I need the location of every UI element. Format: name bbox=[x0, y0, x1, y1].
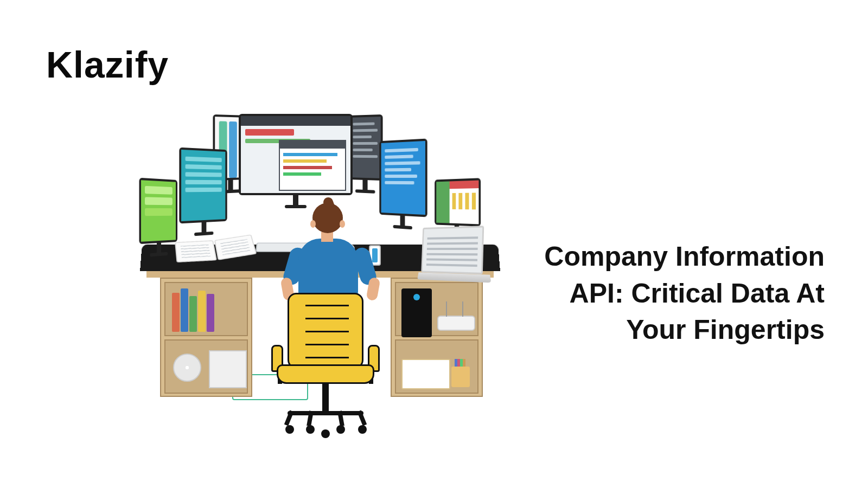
pc-tower-icon bbox=[401, 288, 432, 337]
monitor-small-far-right-icon bbox=[435, 178, 481, 226]
monitor-portrait-right-icon bbox=[348, 114, 383, 181]
office-chair-icon bbox=[277, 293, 374, 434]
hero-illustration bbox=[130, 98, 510, 445]
desk-pedestal-left-icon bbox=[160, 278, 252, 397]
monitor-blue-right-icon bbox=[379, 139, 427, 217]
cd-disc-icon bbox=[173, 354, 201, 382]
pencil-holder-icon bbox=[451, 367, 470, 387]
brand-logo-text: Klazify bbox=[46, 43, 169, 86]
monitor-center-icon bbox=[239, 114, 353, 195]
laptop-icon bbox=[421, 226, 484, 274]
article-headline: Company Information API: Critical Data A… bbox=[542, 239, 825, 349]
desk-pedestal-right-icon bbox=[391, 278, 483, 397]
monitor-green-far-left-icon bbox=[139, 178, 177, 244]
monitor-teal-left-icon bbox=[179, 147, 227, 224]
router-icon bbox=[437, 316, 475, 331]
